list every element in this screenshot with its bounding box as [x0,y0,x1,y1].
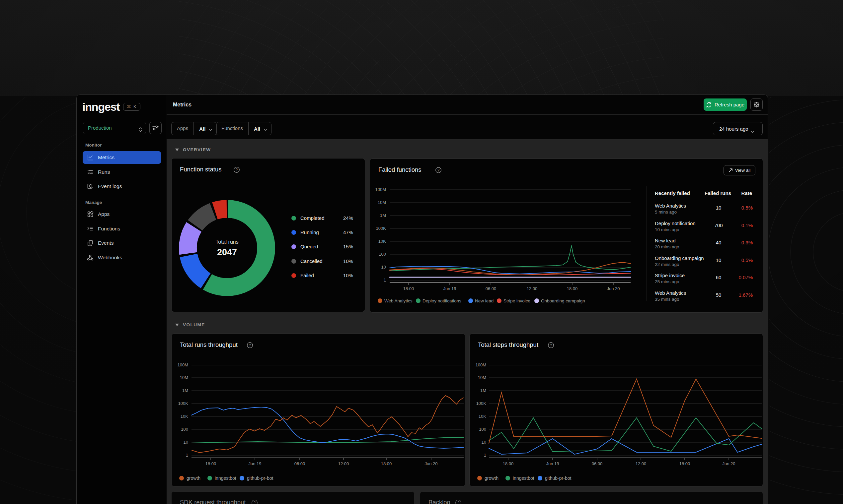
svg-text:Jun 20: Jun 20 [722,461,735,466]
svg-text:github-pr-bot: github-pr-bot [545,475,571,481]
svg-text:10K: 10K [479,414,486,419]
svg-text:12:00: 12:00 [636,461,647,466]
svg-text:?: ? [254,501,256,504]
svg-text:24%: 24% [343,215,353,221]
svg-text:Jun 19: Jun 19 [546,461,559,466]
svg-text:100M: 100M [475,362,486,367]
svg-text:Failed: Failed [300,273,314,278]
svg-text:inngestbot: inngestbot [215,475,236,481]
svg-text:Recently failed: Recently failed [655,190,690,196]
svg-text:06:00: 06:00 [294,461,305,466]
svg-text:100: 100 [181,427,188,432]
svg-text:100M: 100M [177,362,188,367]
svg-text:Running: Running [300,230,319,235]
svg-text:1M: 1M [480,388,486,393]
svg-text:?: ? [457,501,459,504]
svg-text:Rate: Rate [741,190,752,196]
svg-text:10%: 10% [343,273,353,278]
svg-text:100K: 100K [178,401,189,406]
svg-text:10K: 10K [180,414,188,419]
svg-text:18:00: 18:00 [381,461,392,466]
svg-text:1: 1 [484,453,486,457]
svg-text:10%: 10% [343,258,353,264]
svg-text:10: 10 [184,440,188,445]
svg-text:10: 10 [482,440,486,445]
svg-text:Jun 19: Jun 19 [248,461,261,466]
svg-text:18:00: 18:00 [503,461,514,466]
svg-text:12:00: 12:00 [338,461,349,466]
svg-text:10M: 10M [180,375,188,380]
svg-text:1: 1 [186,453,188,457]
svg-text:18:00: 18:00 [205,461,217,466]
svg-text:github-pr-bot: github-pr-bot [247,475,273,481]
svg-text:06:00: 06:00 [592,461,603,466]
svg-text:Queued: Queued [300,244,318,249]
svg-text:18:00: 18:00 [679,461,690,466]
svg-text:2047: 2047 [217,247,237,257]
svg-text:growth: growth [485,475,499,481]
svg-text:100K: 100K [476,401,486,406]
svg-text:Completed: Completed [300,215,325,221]
svg-text:15%: 15% [343,244,353,249]
svg-text:100M: 100M [375,187,386,192]
svg-text:Failed runs: Failed runs [705,190,731,196]
svg-text:1M: 1M [182,388,188,393]
svg-text:inngestbot: inngestbot [513,475,534,481]
svg-text:Cancelled: Cancelled [300,258,323,264]
svg-text:Jun 20: Jun 20 [425,461,437,466]
svg-text:Total runs: Total runs [216,239,238,245]
svg-text:47%: 47% [343,230,353,235]
svg-text:100: 100 [479,427,486,432]
svg-text:growth: growth [187,475,201,481]
svg-text:10M: 10M [478,375,486,380]
